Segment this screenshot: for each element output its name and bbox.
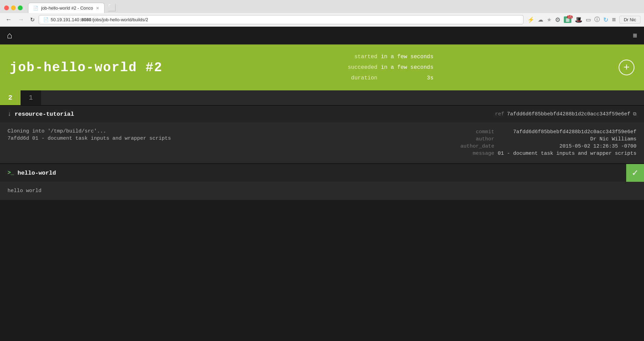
extension-icon1[interactable]: ▦15: [564, 16, 571, 23]
commit-value: 7afdd6d6f85bbebfd4288b1d2c0acc343f59e6ef: [498, 128, 636, 136]
url-path: /jobs/job-hello-world/builds/2: [92, 17, 148, 22]
duration-label: duration: [348, 73, 380, 83]
download-icon: ↓: [8, 111, 11, 117]
build-title: job-hello-world #2: [10, 60, 162, 75]
resource-step-section: ↓ resource-tutorial ref 7afdd6d6f85bbebf…: [0, 106, 644, 164]
resource-step-title: ↓ resource-tutorial: [8, 111, 74, 117]
url-port: :8080: [80, 17, 91, 22]
cloud-icon[interactable]: ☁: [538, 16, 543, 23]
address-bar-row: ← → ↻ 📄 50.19.191.140:8080/jobs/job-hell…: [0, 13, 644, 27]
ref-value: 7afdd6d6f85bbebfd4288b1d2c0acc343f59e6ef: [507, 111, 630, 117]
task-step-header: >_ hello-world ✓: [0, 164, 644, 182]
task-status-box: ✓: [626, 164, 644, 182]
hamburger-icon[interactable]: ≡: [612, 16, 616, 24]
duration-value: 3s: [381, 73, 434, 83]
tab-title: job-hello-world #2 - Conco: [41, 5, 93, 11]
build-tabs: 2 1: [0, 90, 644, 106]
forward-button[interactable]: →: [16, 15, 26, 24]
plus-icon: ⬜: [108, 3, 116, 12]
build-header: job-hello-world #2 started in a few seco…: [0, 45, 644, 90]
task-output: hello world: [8, 188, 636, 194]
started-value: in a few seconds: [381, 52, 434, 62]
author-label: author: [460, 136, 498, 143]
traffic-light-yellow[interactable]: [11, 5, 16, 10]
back-button[interactable]: ←: [3, 15, 14, 24]
extension-icon2[interactable]: 🎩: [575, 16, 582, 24]
task-step-name: hello-world: [17, 170, 56, 176]
browser-chrome: 📄 job-hello-world #2 - Conco ✕ ⬜ ← → ↻ 📄…: [0, 0, 644, 27]
url-icon: 📄: [43, 17, 49, 22]
tab-bar: 📄 job-hello-world #2 - Conco ✕ ⬜: [28, 3, 118, 13]
task-step-section: >_ hello-world ✓ hello world: [0, 164, 644, 200]
user-label: Dr Nic: [619, 16, 641, 24]
resource-step-header: ↓ resource-tutorial ref 7afdd6d6f85bbebf…: [0, 106, 644, 122]
app-nav: ⌂ ≡: [0, 27, 644, 45]
traffic-light-green[interactable]: [18, 5, 23, 10]
task-step-title: >_ hello-world: [8, 165, 56, 181]
resource-step-name: resource-tutorial: [15, 111, 74, 117]
cast-icon[interactable]: ▭: [586, 16, 591, 23]
build-meta: started in a few seconds succeeded in a …: [347, 51, 434, 84]
terminal-icon: >_: [8, 170, 14, 176]
tab-close-icon[interactable]: ✕: [96, 6, 99, 11]
log-line-2: 7afdd6d 01 - document task inputs and wr…: [8, 136, 447, 141]
active-tab[interactable]: 📄 job-hello-world #2 - Conco ✕: [28, 3, 104, 13]
author-value: Dr Nic Williams: [498, 136, 636, 143]
copy-icon[interactable]: ⧉: [633, 111, 636, 117]
info-icon[interactable]: ⓘ: [594, 16, 600, 23]
menu-icon[interactable]: ≡: [633, 31, 637, 40]
log-line-1: Cloning into '/tmp/build/src'...: [8, 128, 447, 134]
succeeded-value: in a few seconds: [381, 63, 434, 73]
commit-label: commit: [460, 128, 498, 136]
tab-build-1[interactable]: 1: [21, 90, 41, 105]
refresh-icon[interactable]: ↻: [603, 16, 608, 24]
message-label: message: [460, 150, 498, 157]
task-step-body: hello world: [0, 182, 644, 200]
lightning-icon[interactable]: ⚡: [528, 16, 534, 23]
message-value: 01 - document task inputs and wrapper sc…: [498, 150, 636, 157]
succeeded-label: succeeded: [348, 63, 380, 73]
reload-button[interactable]: ↻: [28, 16, 37, 24]
resource-step-body: Cloning into '/tmp/build/src'... 7afdd6d…: [0, 122, 644, 163]
resource-step-meta: commit 7afdd6d6f85bbebfd4288b1d2c0acc343…: [460, 128, 636, 157]
started-label: started: [348, 52, 380, 62]
author-date-label: author_date: [460, 143, 498, 150]
home-icon[interactable]: ⌂: [7, 30, 12, 41]
address-field[interactable]: 📄 50.19.191.140:8080/jobs/job-hello-worl…: [39, 15, 523, 24]
ref-label: ref: [495, 111, 504, 117]
url-host: 50.19.191.140: [51, 17, 79, 22]
toolbar-icons: ⚡ ☁ ★ ⚙ ▦15 🎩 ▭ ⓘ ↻ ≡: [528, 16, 616, 24]
star-icon[interactable]: ★: [547, 16, 552, 23]
traffic-light-red[interactable]: [4, 5, 9, 10]
resource-step-log: Cloning into '/tmp/build/src'... 7afdd6d…: [8, 128, 447, 157]
add-build-button[interactable]: +: [619, 60, 634, 75]
author-date-value: 2015-05-02 12:26:35 -0700: [498, 143, 636, 150]
tab-page-icon: 📄: [33, 6, 38, 11]
tab-build-2[interactable]: 2: [0, 90, 21, 105]
gear-icon[interactable]: ⚙: [555, 16, 560, 24]
new-tab-button[interactable]: ⬜: [106, 3, 118, 12]
resource-step-ref: ref 7afdd6d6f85bbebfd4288b1d2c0acc343f59…: [495, 111, 636, 117]
